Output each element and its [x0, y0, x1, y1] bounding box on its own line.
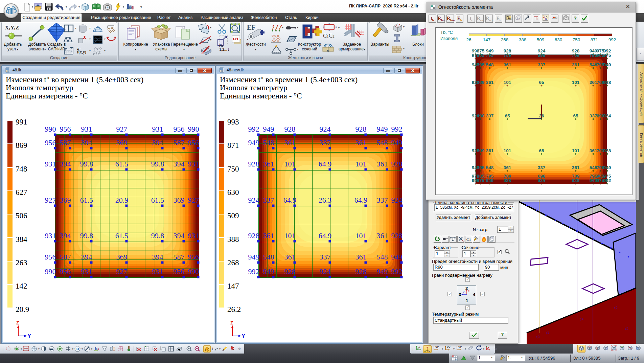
svg-text:990: 990: [188, 125, 199, 133]
svg-text:20: 20: [221, 70, 223, 72]
svg-text:2: 2: [543, 15, 545, 18]
svg-text:949: 949: [263, 125, 274, 133]
svg-text:361: 361: [590, 80, 597, 85]
svg-text:795: 795: [477, 165, 485, 170]
svg-text:369: 369: [174, 196, 185, 204]
svg-text:992: 992: [391, 125, 402, 133]
svg-text:337: 337: [590, 113, 597, 118]
svg-text:548: 548: [377, 138, 388, 147]
svg-text:927: 927: [188, 196, 199, 204]
svg-text:101: 101: [504, 148, 511, 153]
svg-text:394: 394: [174, 231, 185, 240]
svg-text:394: 394: [60, 231, 71, 240]
svg-text:61.5: 61.5: [80, 196, 93, 204]
svg-text:361: 361: [355, 138, 367, 147]
svg-text:394: 394: [152, 138, 163, 147]
svg-text:L: L: [212, 347, 214, 351]
svg-text:949: 949: [590, 178, 597, 183]
svg-text:64.9: 64.9: [354, 196, 368, 204]
svg-text:20.9: 20.9: [115, 196, 129, 204]
svg-text:20: 20: [6, 70, 9, 72]
svg-text:№: №: [455, 358, 457, 361]
svg-text:369: 369: [116, 138, 128, 147]
svg-text:101: 101: [355, 160, 367, 168]
svg-text:Z₁: Z₁: [468, 290, 470, 293]
svg-text:709: 709: [504, 53, 511, 58]
svg-text:101: 101: [504, 80, 511, 85]
svg-text:548: 548: [590, 62, 597, 67]
svg-text:931: 931: [188, 160, 199, 168]
svg-text:361: 361: [572, 62, 580, 67]
svg-text:101: 101: [284, 160, 296, 168]
svg-text:337: 337: [377, 196, 388, 204]
svg-text:361: 361: [377, 231, 388, 240]
svg-text:337: 337: [538, 165, 546, 170]
svg-text:928: 928: [603, 148, 611, 153]
svg-text:65: 65: [539, 148, 544, 153]
svg-text:698: 698: [477, 113, 485, 118]
svg-text:924: 924: [603, 113, 611, 118]
svg-text:931: 931: [152, 125, 163, 133]
svg-text:YZ: YZ: [458, 346, 462, 349]
svg-text:99.8: 99.8: [80, 160, 93, 168]
svg-text:101: 101: [355, 231, 367, 240]
svg-text:949: 949: [377, 125, 388, 133]
svg-text:Y₁: Y₁: [463, 291, 465, 294]
svg-text:931: 931: [188, 231, 199, 240]
svg-text:99.8: 99.8: [80, 231, 93, 240]
svg-text:394: 394: [174, 160, 185, 168]
svg-text:949: 949: [391, 138, 402, 147]
svg-text:361: 361: [486, 80, 494, 85]
svg-text:992: 992: [603, 178, 611, 183]
svg-text:337: 337: [320, 253, 331, 261]
svg-text:Z: Z: [230, 321, 233, 325]
svg-text:65: 65: [539, 80, 544, 85]
svg-text:394: 394: [152, 253, 163, 261]
svg-text:928: 928: [603, 80, 611, 85]
svg-text:361: 361: [504, 165, 511, 170]
svg-text:928: 928: [284, 267, 296, 276]
svg-text:931: 931: [81, 125, 92, 133]
svg-text:992: 992: [248, 125, 259, 133]
svg-text:337: 337: [263, 196, 274, 204]
svg-text:X/Y: X/Y: [516, 17, 521, 20]
svg-text:949: 949: [248, 138, 259, 147]
svg-text:587: 587: [60, 138, 71, 147]
svg-text:975: 975: [603, 53, 611, 58]
svg-text:992: 992: [391, 267, 402, 276]
svg-text:949: 949: [391, 253, 402, 261]
svg-text:587: 587: [174, 253, 185, 261]
svg-text:928: 928: [248, 160, 259, 168]
svg-text:M: M: [509, 17, 512, 20]
svg-text:EF: EF: [75, 347, 80, 351]
svg-text:928: 928: [355, 125, 367, 133]
svg-text:949: 949: [263, 267, 274, 276]
svg-text:Y: Y: [242, 333, 245, 338]
svg-text:XZ: XZ: [435, 346, 439, 349]
svg-text:361: 361: [504, 62, 511, 67]
svg-text:61.5: 61.5: [151, 196, 164, 204]
svg-text:931: 931: [45, 160, 56, 168]
svg-text:992: 992: [248, 267, 259, 276]
svg-text:990: 990: [45, 267, 56, 276]
svg-text:361: 361: [284, 253, 296, 261]
svg-text:928: 928: [355, 267, 367, 276]
svg-text:394: 394: [81, 138, 92, 147]
svg-text:548: 548: [486, 165, 494, 170]
svg-text:698: 698: [538, 53, 546, 58]
svg-text:548: 548: [263, 138, 274, 147]
svg-text:931: 931: [45, 231, 56, 240]
svg-text:101: 101: [284, 231, 296, 240]
svg-text:Z: Z: [16, 321, 19, 325]
svg-text:949: 949: [248, 253, 259, 261]
svg-text:931: 931: [81, 267, 92, 276]
svg-text:61.5: 61.5: [115, 231, 129, 240]
svg-text:928: 928: [391, 231, 402, 240]
svg-text:?: ?: [537, 17, 538, 21]
svg-text:64.9: 64.9: [319, 160, 332, 168]
svg-text:956: 956: [188, 138, 199, 147]
svg-text:587: 587: [174, 138, 185, 147]
svg-text:26: 26: [539, 113, 544, 118]
svg-text:956: 956: [174, 267, 185, 276]
svg-text:956: 956: [45, 138, 56, 147]
